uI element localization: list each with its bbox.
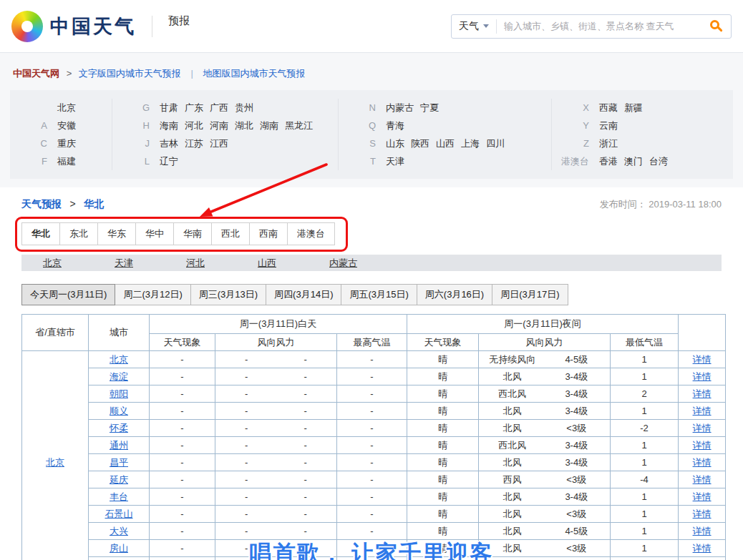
detail-link[interactable]: 详情 [693, 474, 712, 485]
table-cell: 1 [611, 403, 679, 420]
province-link[interactable]: 西藏 [599, 99, 618, 117]
day-tab[interactable]: 今天周一(3月11日) [21, 284, 115, 305]
day-tab[interactable]: 周日(3月17日) [492, 284, 568, 305]
province-link[interactable]: 内蒙古 [386, 99, 414, 117]
detail-link[interactable]: 详情 [693, 440, 712, 451]
day-tab[interactable]: 周二(3月12日) [115, 284, 190, 305]
wind-cell: -- [215, 488, 337, 506]
province-tab[interactable]: 内蒙古 [329, 257, 357, 270]
province-link[interactable]: 天津 [386, 152, 404, 170]
index-items: 北京 [57, 99, 76, 117]
day-tab[interactable]: 周五(3月15日) [341, 284, 417, 305]
province-tab[interactable]: 天津 [115, 257, 133, 270]
city-link[interactable]: 北京 [110, 354, 128, 365]
province-link[interactable]: 广东 [185, 99, 203, 117]
city-link[interactable]: 昌平 [110, 457, 128, 468]
site-header: 中国天气 预报 天气 [0, 0, 743, 53]
table-cell: 1 [611, 540, 679, 557]
province-link[interactable]: 贵州 [235, 99, 253, 117]
region-tab[interactable]: 华南 [173, 222, 212, 245]
day-tab[interactable]: 周三(3月13日) [190, 284, 266, 305]
wind-cell: 北风4-5级 [479, 523, 611, 540]
section-region-link[interactable]: 华北 [84, 198, 104, 210]
detail-link[interactable]: 详情 [693, 371, 712, 382]
province-link[interactable]: 上海 [461, 134, 480, 152]
province-link[interactable]: 青海 [386, 117, 404, 134]
city-link[interactable]: 顺义 [110, 406, 128, 416]
province-link[interactable]: 福建 [57, 152, 76, 170]
night-wind-header: 风向风力 [479, 334, 611, 351]
city-link[interactable]: 朝阳 [110, 388, 128, 399]
city-link[interactable]: 石景山 [105, 509, 133, 519]
city-link[interactable]: 大兴 [110, 526, 128, 536]
region-tab[interactable]: 西南 [249, 222, 288, 245]
province-link[interactable]: 河南 [210, 117, 228, 134]
province-link[interactable]: 澳门 [624, 152, 643, 170]
detail-link[interactable]: 详情 [693, 406, 712, 416]
province-link[interactable]: 广西 [210, 99, 228, 117]
city-link[interactable]: 丰台 [110, 491, 128, 502]
province-tab[interactable]: 河北 [186, 257, 205, 270]
search-input[interactable] [497, 21, 706, 31]
detail-link[interactable]: 详情 [693, 388, 712, 399]
nav-forecast[interactable]: 预报 [168, 14, 190, 28]
province-link[interactable]: 四川 [486, 134, 505, 152]
province-link[interactable]: 黑龙江 [285, 117, 313, 134]
breadcrumb-text-version-link[interactable]: 文字版国内城市天气预报 [79, 68, 181, 79]
province-link[interactable]: 甘肃 [160, 99, 178, 117]
province-link[interactable]: 重庆 [57, 134, 76, 152]
detail-link[interactable]: 详情 [693, 509, 712, 519]
day-tab[interactable]: 周四(3月14日) [266, 284, 341, 305]
province-link[interactable]: 宁夏 [420, 99, 439, 117]
region-tab[interactable]: 华北 [21, 222, 60, 245]
detail-link[interactable]: 详情 [693, 491, 712, 502]
detail-link[interactable]: 详情 [693, 423, 712, 433]
brand-title[interactable]: 中国天气 [50, 14, 136, 39]
province-link[interactable]: 湖北 [235, 117, 253, 134]
province-link[interactable]: 云南 [599, 117, 618, 134]
region-tab[interactable]: 西北 [211, 222, 250, 245]
region-tab[interactable]: 华东 [97, 222, 136, 245]
province-link[interactable]: 山东 [386, 134, 404, 152]
province-link[interactable]: 台湾 [649, 152, 668, 170]
province-link[interactable]: 河北 [185, 117, 203, 134]
table-cell: 晴 [407, 454, 479, 471]
province-link[interactable]: 山西 [436, 134, 455, 152]
province-link[interactable]: 安徽 [57, 117, 76, 134]
province-tab[interactable]: 山西 [258, 257, 276, 270]
city-link[interactable]: 海淀 [110, 371, 128, 382]
region-tab[interactable]: 港澳台 [287, 222, 335, 245]
province-link[interactable]: 浙江 [599, 134, 618, 152]
province-link[interactable]: 香港 [599, 152, 618, 170]
province-link[interactable]: 湖南 [260, 117, 278, 134]
section-weather-link[interactable]: 天气预报 [21, 198, 62, 210]
region-tab[interactable]: 华中 [135, 222, 174, 245]
search-icon[interactable] [710, 20, 719, 29]
table-cell: 晴 [407, 437, 479, 454]
province-link[interactable]: 海南 [160, 117, 178, 134]
region-tab[interactable]: 东北 [59, 222, 98, 245]
city-link[interactable]: 延庆 [110, 474, 128, 485]
breadcrumb-map-version-link[interactable]: 地图版国内城市天气预报 [203, 68, 305, 79]
province-tab[interactable]: 北京 [43, 257, 62, 270]
detail-link[interactable]: 详情 [693, 543, 712, 554]
city-link[interactable]: 怀柔 [110, 423, 128, 433]
city-link[interactable]: 通州 [110, 440, 128, 451]
china-weather-logo-icon[interactable] [11, 11, 43, 42]
province-link[interactable]: 辽宁 [160, 152, 178, 170]
province-link[interactable]: 吉林 [160, 134, 178, 152]
province-link[interactable]: 江苏 [185, 134, 203, 152]
detail-link[interactable]: 详情 [693, 526, 712, 536]
city-link[interactable]: 房山 [110, 543, 128, 554]
wind-cell: -- [215, 471, 337, 488]
province-link[interactable]: 陕西 [411, 134, 429, 152]
province-link[interactable]: 新疆 [624, 99, 643, 117]
day-tab[interactable]: 周六(3月16日) [417, 284, 492, 305]
search-category-dropdown[interactable]: 天气 [452, 20, 496, 33]
province-link[interactable]: 北京 [57, 99, 76, 117]
province-link[interactable]: 江西 [210, 134, 228, 152]
breadcrumb-site-link[interactable]: 中国天气网 [13, 68, 59, 79]
province-cell-link[interactable]: 北京 [46, 457, 64, 468]
detail-link[interactable]: 详情 [693, 457, 712, 468]
detail-link[interactable]: 详情 [693, 354, 712, 365]
